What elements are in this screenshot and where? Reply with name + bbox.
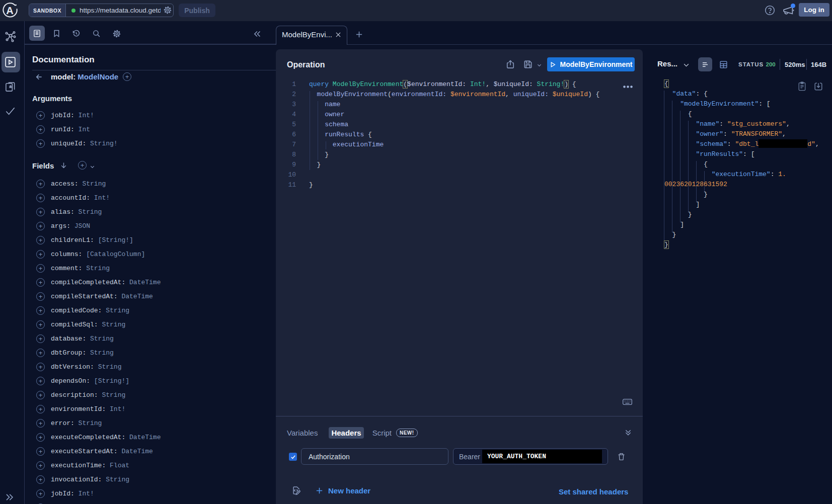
svg-text:A: A	[6, 5, 13, 16]
